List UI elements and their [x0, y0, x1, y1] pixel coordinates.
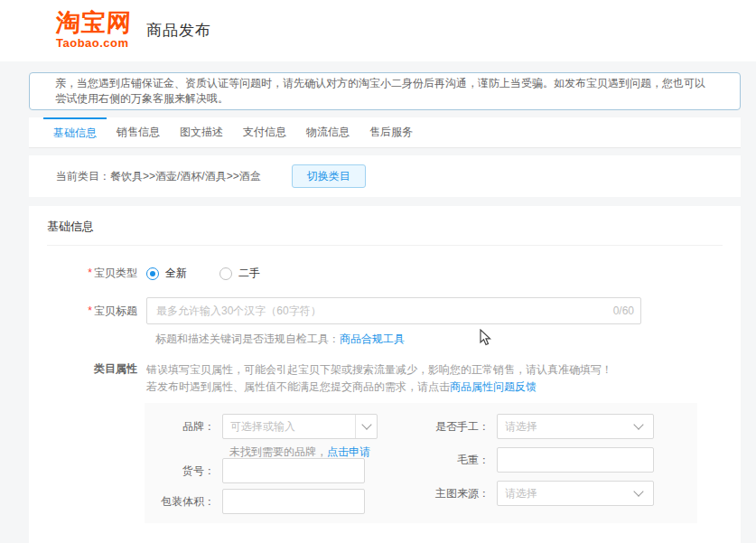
attr-feedback-link[interactable]: 商品属性问题反馈	[450, 380, 537, 393]
tab-after-sales[interactable]: 售后服务	[359, 117, 423, 148]
category-attrs-warning: 错误填写宝贝属性，可能会引起宝贝下架或搜索流量减少，影响您的正常销售，请认真准确…	[146, 361, 612, 396]
category-attrs-label: 类目属性	[47, 361, 146, 377]
item-title-input-wrap: 0/60	[146, 297, 641, 324]
chevron-down-icon	[361, 420, 371, 430]
chevron-down-icon	[633, 420, 643, 430]
tab-bar: 基础信息 销售信息 图文描述 支付信息 物流信息 售后服务	[29, 117, 741, 148]
basic-info-card: 基础信息 *宝贝类型 全新 二手 *宝贝标题 0/60	[29, 206, 741, 543]
current-category-label: 当前类目：餐饮具>>酒壶/酒杯/酒具>>酒盒	[56, 169, 261, 184]
warning-line-2: 若发布时遇到属性、属性值不能满足您提交商品的需求，请点击商品属性问题反馈	[146, 379, 612, 396]
brand-select[interactable]: 可选择或输入	[222, 414, 378, 439]
gross-weight-field: 毛重：	[419, 447, 654, 473]
required-asterisk: *	[88, 267, 92, 279]
gross-weight-label: 毛重：	[419, 453, 497, 468]
compliance-tool-link[interactable]: 商品合规工具	[340, 332, 405, 345]
radio-item-type-used[interactable]: 二手	[219, 266, 260, 281]
required-asterisk: *	[88, 304, 92, 317]
main-container: 亲，当您遇到店铺保证金、资质认证等问题时，请先确认对方的淘宝小二身份后再沟通，谨…	[29, 72, 741, 543]
item-no-input[interactable]	[222, 458, 365, 483]
brand-select-value: 可选择或输入	[223, 419, 355, 435]
item-title-row: *宝贝标题 0/60	[47, 297, 723, 324]
tab-sales-info[interactable]: 销售信息	[107, 117, 170, 148]
security-notice-text: 亲，当您遇到店铺保证金、资质认证等问题时，请先确认对方的淘宝小二身份后再沟通，谨…	[55, 76, 714, 107]
handmade-select-value: 请选择	[498, 419, 635, 435]
package-volume-field: 包装体积：	[145, 489, 365, 514]
tab-logistics-info[interactable]: 物流信息	[296, 117, 359, 148]
item-title-input[interactable]	[146, 297, 641, 324]
taobao-logo[interactable]: 淘宝网 Taobao.com	[56, 11, 132, 49]
item-title-label: *宝贝标题	[47, 304, 146, 319]
radio-item-type-new[interactable]: 全新	[146, 266, 187, 281]
tab-payment-info[interactable]: 支付信息	[233, 117, 296, 148]
main-image-source-select[interactable]: 请选择	[497, 481, 654, 506]
handmade-select[interactable]: 请选择	[497, 414, 654, 439]
handmade-label: 是否手工：	[419, 419, 497, 435]
taobao-logo-en: Taobao.com	[56, 37, 132, 49]
apply-brand-link[interactable]: 点击申请	[327, 445, 370, 458]
brand-field: 品牌： 可选择或输入	[145, 414, 378, 439]
package-volume-label: 包装体积：	[145, 494, 222, 510]
security-notice-banner: 亲，当您遇到店铺保证金、资质认证等问题时，请先确认对方的淘宝小二身份后再沟通，谨…	[29, 72, 741, 110]
brand-label: 品牌：	[145, 419, 222, 435]
radio-label: 二手	[238, 266, 260, 281]
item-type-label: *宝贝类型	[47, 266, 146, 281]
brand-select-arrow-cell[interactable]	[355, 415, 377, 438]
main-image-source-select-value: 请选择	[498, 486, 635, 501]
gross-weight-input[interactable]	[497, 447, 654, 473]
handmade-field: 是否手工： 请选择	[419, 414, 654, 439]
chevron-down-icon	[633, 487, 643, 497]
package-volume-input[interactable]	[222, 489, 365, 514]
switch-category-button[interactable]: 切换类目	[292, 164, 366, 188]
item-no-field: 货号：	[145, 458, 365, 483]
tab-description[interactable]: 图文描述	[170, 117, 233, 148]
tab-basic-info[interactable]: 基础信息	[43, 117, 107, 148]
item-type-row: *宝贝类型 全新 二手	[47, 266, 723, 281]
category-attrs-row: 类目属性 错误填写宝贝属性，可能会引起宝贝下架或搜索流量减少，影响您的正常销售，…	[47, 361, 723, 396]
page-title: 商品发布	[146, 20, 211, 41]
title-helper-line: 标题和描述关键词是否违规自检工具：商品合规工具	[155, 332, 723, 347]
radio-dot-icon	[146, 267, 159, 280]
item-no-label: 货号：	[145, 463, 222, 479]
title-helper-text: 标题和描述关键词是否违规自检工具：	[155, 332, 340, 345]
char-counter: 0/60	[613, 304, 634, 317]
taobao-logo-cn: 淘宝网	[55, 11, 132, 35]
radio-dot-icon	[219, 267, 232, 280]
radio-label: 全新	[165, 266, 187, 281]
app-header: 淘宝网 Taobao.com 商品发布	[0, 0, 756, 61]
section-title-basic-info: 基础信息	[47, 219, 723, 246]
main-image-source-label: 主图来源：	[419, 486, 497, 501]
attr-panel: 品牌： 可选择或输入 未找到需要的品牌，点击申请 是否手工： 请选择 毛重：	[145, 403, 697, 523]
main-image-source-field: 主图来源： 请选择	[419, 481, 654, 506]
category-bar: 当前类目：餐饮具>>酒壶/酒杯/酒具>>酒盒 切换类目	[29, 155, 741, 197]
warning-line-1: 错误填写宝贝属性，可能会引起宝贝下架或搜索流量减少，影响您的正常销售，请认真准确…	[146, 361, 612, 379]
